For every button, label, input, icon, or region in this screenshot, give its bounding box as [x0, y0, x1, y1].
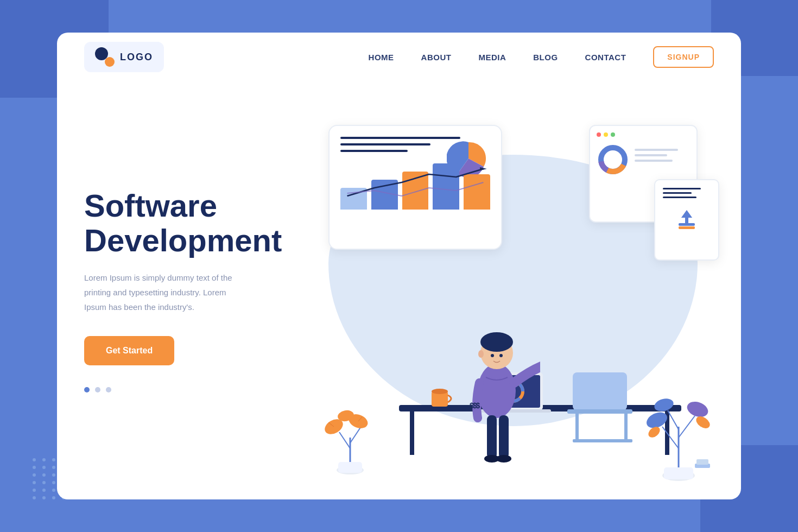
dot-2[interactable] [95, 387, 100, 392]
donut-chart-mini [597, 143, 629, 178]
svg-rect-28 [573, 439, 632, 442]
logo-circle-orange [105, 57, 115, 67]
svg-line-50 [679, 416, 695, 438]
svg-line-39 [339, 432, 350, 448]
logo-icon [95, 47, 115, 67]
logo-text: LOGO [120, 52, 153, 63]
board-line-3 [340, 150, 408, 152]
svg-point-12 [499, 354, 503, 357]
get-started-button[interactable]: Get Started [84, 336, 174, 365]
svg-rect-27 [624, 414, 628, 441]
doc-line-3 [663, 197, 696, 198]
hero-left: Software Development Lorem Ipsum is simp… [84, 188, 312, 393]
svg-line-49 [662, 427, 679, 448]
nav-media[interactable]: MEDIA [478, 53, 506, 62]
svg-marker-1 [480, 167, 487, 170]
svg-line-40 [350, 427, 361, 443]
dot-1[interactable] [84, 387, 90, 392]
browser-dots [597, 132, 690, 137]
svg-rect-24 [573, 372, 627, 410]
svg-rect-26 [575, 414, 579, 441]
hero-title: Software Development [84, 188, 312, 258]
svg-rect-47 [664, 467, 693, 479]
browser-dot-green [611, 132, 615, 137]
svg-point-18 [432, 389, 448, 394]
signup-button[interactable]: SIGNUP [653, 46, 714, 68]
board-line-2 [340, 143, 430, 145]
svg-rect-37 [338, 462, 362, 473]
browser-line-2 [635, 154, 667, 156]
svg-point-9 [496, 455, 511, 463]
browser-line-1 [635, 149, 678, 151]
hero-illustration: $$$ [312, 81, 714, 499]
svg-marker-35 [681, 210, 692, 220]
browser-line-3 [635, 160, 673, 162]
logo-area: LOGO [84, 42, 164, 72]
svg-rect-32 [679, 223, 695, 226]
trend-line [340, 166, 490, 199]
browser-dot-yellow [604, 132, 608, 137]
svg-rect-58 [696, 459, 708, 465]
main-card: LOGO HOME ABOUT MEDIA BLOG CONTACT SIGNU… [57, 33, 741, 499]
svg-point-2 [478, 364, 516, 418]
navbar: LOGO HOME ABOUT MEDIA BLOG CONTACT SIGNU… [57, 33, 741, 81]
steam-text: $$$ [470, 401, 479, 410]
doc-card [654, 179, 719, 261]
nav-blog[interactable]: BLOG [533, 53, 558, 62]
person-figure [453, 293, 540, 467]
plant-left [323, 400, 377, 478]
svg-point-4 [480, 332, 513, 352]
bar-chart [340, 161, 490, 210]
svg-point-54 [653, 397, 675, 414]
hero-section: Software Development Lorem Ipsum is simp… [57, 81, 741, 499]
svg-point-11 [491, 354, 494, 357]
svg-rect-6 [487, 415, 497, 459]
svg-line-51 [668, 410, 679, 429]
plant-right [643, 383, 714, 483]
doc-line-1 [663, 188, 701, 189]
svg-rect-33 [679, 226, 695, 229]
upload-icon [673, 206, 700, 233]
doc-line-2 [663, 192, 692, 194]
svg-point-13 [478, 350, 484, 358]
nav-home[interactable]: HOME [369, 53, 394, 62]
browser-content [597, 143, 690, 178]
doc-text-lines [663, 188, 711, 198]
browser-dot-red [597, 132, 601, 137]
browser-text-lines [635, 143, 678, 162]
svg-point-53 [685, 399, 710, 420]
svg-rect-15 [410, 411, 414, 455]
nav-contact[interactable]: CONTACT [585, 53, 626, 62]
board-line-1 [340, 137, 460, 139]
dot-3[interactable] [106, 387, 111, 392]
hero-description: Lorem Ipsum is simply dummy text of the … [84, 270, 247, 314]
nav-about[interactable]: ABOUT [421, 53, 452, 62]
dashboard-board [328, 125, 502, 250]
nav-links: HOME ABOUT MEDIA BLOG CONTACT SIGNUP [369, 46, 714, 68]
svg-rect-7 [499, 415, 509, 459]
svg-rect-25 [567, 409, 632, 414]
carousel-dots [84, 387, 312, 392]
